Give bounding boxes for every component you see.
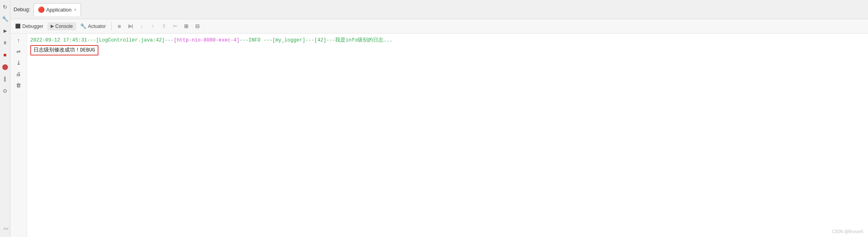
console-icon: ▶ [51,24,54,29]
print-button[interactable]: 🖨 [14,69,24,79]
console-output: 2022-09-12 17:45:31---[LogController.jav… [27,34,868,237]
delete-button[interactable]: 🗑 [14,80,24,90]
tab-debugger[interactable]: ⬛ Debugger [12,22,47,30]
toolbar-divider-1 [111,22,112,30]
log-thread: [http-nio-8080-exec-4] [174,38,240,43]
tab-close-button[interactable]: × [74,7,77,12]
log-highlight: 日志级别修改成功！DEBUG [30,45,98,55]
tab-actuator[interactable]: 🔧 Actuator [77,22,109,30]
menu-button[interactable]: ≡ [114,21,124,32]
stop-icon[interactable]: ■ [1,50,10,59]
filter-button[interactable]: ⇌ [14,46,24,57]
debug-label: Debug: [14,6,30,12]
refresh-icon[interactable]: ↻ [1,2,10,11]
application-tab[interactable]: 🔴 Application × [33,3,81,16]
log-suffix: ---INFO ---[my_logger]---[42]---我是info级别… [240,38,393,43]
log-timestamp: 2022-09-12 17:45:31---[LogController.jav… [30,38,174,43]
bug-icon[interactable]: ⬤ [1,62,10,71]
log-line-2: 日志级别修改成功！DEBUG [30,45,865,56]
console-label: Console [55,24,73,29]
main-area: Debug: 🔴 Application × ⬛ Debugger ▶ Cons… [10,0,868,237]
camera-icon[interactable]: ⊙ [1,86,10,95]
tab-app-label: Application [46,7,72,13]
debugger-label: Debugger [22,24,43,29]
tab-app-icon: 🔴 [38,6,45,13]
left-panel: ↑ ⇌ ⤓ 🖨 🗑 [10,34,27,237]
title-bar: Debug: 🔴 Application × [10,0,868,19]
actuator-icon: 🔧 [80,23,86,29]
actuator-label: Actuator [88,24,106,29]
step-out-button[interactable]: ↑ [147,21,158,32]
watermark: CSDN @Bronze5 [832,229,863,234]
settings-button[interactable]: ⊟ [192,21,202,32]
svg-marker-0 [128,24,132,28]
wrench-icon[interactable]: 🔧 [1,14,10,23]
evaluate-button[interactable]: ✂ [170,21,180,32]
run-to-cursor-button[interactable]: ⇧ [159,21,169,32]
step-over-button[interactable] [125,21,136,32]
content-area: ↑ ⇌ ⤓ 🖨 🗑 2022-09-12 17:45:31---[LogCont… [10,34,868,237]
debugger-icon: ⬛ [15,24,21,29]
table-view-button[interactable]: ⊞ [181,21,191,32]
up-arrow-button[interactable]: ↑ [14,35,24,45]
expand-icon[interactable]: >> [2,224,10,233]
slash-icon[interactable]: ∥ [1,74,10,83]
toolbar: ⬛ Debugger ▶ Console 🔧 Actuator ≡ ↓ ↑ [10,19,868,34]
log-line-1: 2022-09-12 17:45:31---[LogController.jav… [30,36,865,45]
tab-console[interactable]: ▶ Console [47,22,76,30]
far-left-sidebar: ↻ 🔧 ▶ ⏸ ■ ⬤ ∥ ⊙ >> [0,0,10,237]
download-button[interactable]: ⤓ [14,57,24,68]
step-into-button[interactable]: ↓ [136,21,147,32]
play-icon[interactable]: ▶ [1,26,10,35]
pause-icon[interactable]: ⏸ [1,38,10,47]
svg-rect-1 [132,24,133,28]
